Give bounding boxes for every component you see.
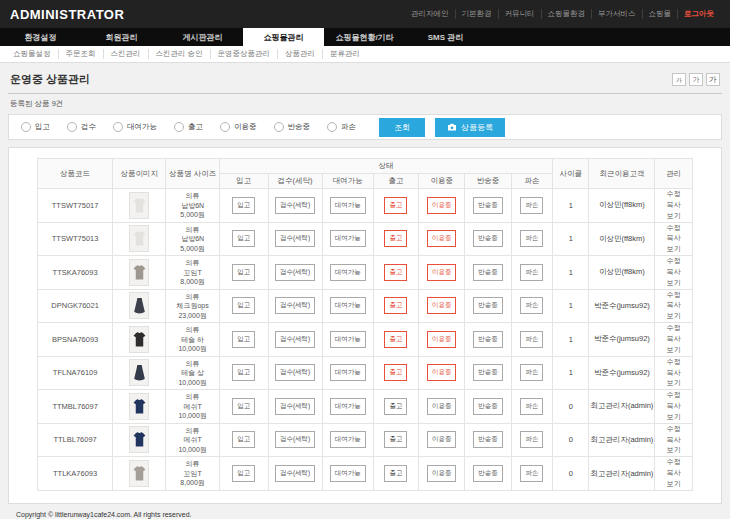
status-button[interactable]: 검수(세탁): [275, 230, 315, 247]
header-link[interactable]: 기본환경: [456, 9, 499, 19]
manage-link[interactable]: 복사: [655, 267, 692, 278]
filter-radio[interactable]: 입고: [21, 122, 50, 132]
status-button[interactable]: 반송중: [473, 297, 503, 314]
subnav-item[interactable]: 스킨관리: [104, 49, 149, 59]
manage-link[interactable]: 보기: [655, 278, 692, 289]
subnav-item[interactable]: 분류관리: [323, 49, 367, 59]
status-button[interactable]: 입고: [232, 230, 255, 247]
manage-link[interactable]: 보기: [655, 378, 692, 389]
manage-link[interactable]: 복사: [655, 334, 692, 345]
product-thumbnail[interactable]: [129, 225, 149, 252]
status-button[interactable]: 대여가능: [330, 197, 366, 214]
manage-link[interactable]: 수정: [655, 357, 692, 368]
status-button[interactable]: 출고: [384, 364, 407, 381]
header-link[interactable]: 쇼핑몰: [643, 9, 679, 19]
status-button[interactable]: 반송중: [473, 465, 503, 482]
product-thumbnail[interactable]: [129, 326, 149, 353]
status-button[interactable]: 대여가능: [330, 331, 366, 348]
status-button[interactable]: 대여가능: [330, 398, 366, 415]
status-button[interactable]: 대여가능: [330, 465, 366, 482]
radio-input[interactable]: [274, 122, 284, 132]
status-button[interactable]: 파손: [520, 197, 543, 214]
status-button[interactable]: 이용중: [427, 398, 457, 415]
product-thumbnail[interactable]: [129, 292, 149, 319]
manage-link[interactable]: 수정: [655, 189, 692, 200]
manage-link[interactable]: 수정: [655, 256, 692, 267]
status-button[interactable]: 이용중: [427, 331, 457, 348]
status-button[interactable]: 입고: [232, 364, 255, 381]
status-button[interactable]: 입고: [232, 398, 255, 415]
status-button[interactable]: 입고: [232, 264, 255, 281]
status-button[interactable]: 파손: [520, 331, 543, 348]
manage-link[interactable]: 복사: [655, 468, 692, 479]
radio-input[interactable]: [174, 122, 184, 132]
status-button[interactable]: 출고: [384, 297, 407, 314]
manage-link[interactable]: 수정: [655, 223, 692, 234]
status-button[interactable]: 파손: [520, 230, 543, 247]
header-link[interactable]: 부가서비스: [592, 9, 643, 19]
status-button[interactable]: 대여가능: [330, 230, 366, 247]
status-button[interactable]: 출고: [384, 197, 407, 214]
status-button[interactable]: 입고: [232, 431, 255, 448]
status-button[interactable]: 이용중: [427, 230, 457, 247]
product-thumbnail[interactable]: [129, 192, 149, 219]
status-button[interactable]: 검수(세탁): [275, 431, 315, 448]
manage-link[interactable]: 보기: [655, 345, 692, 356]
subnav-item[interactable]: 운영중상품관리: [211, 49, 279, 59]
font-size-button[interactable]: 가: [706, 73, 720, 86]
main-tab[interactable]: 게시판관리: [162, 28, 243, 46]
filter-radio[interactable]: 반송중: [274, 122, 311, 132]
radio-input[interactable]: [220, 122, 230, 132]
manage-link[interactable]: 수정: [655, 323, 692, 334]
font-size-button[interactable]: 가: [672, 73, 686, 86]
subnav-item[interactable]: 주문조회: [59, 49, 104, 59]
main-tab[interactable]: 환경설정: [0, 28, 81, 46]
manage-link[interactable]: 수정: [655, 290, 692, 301]
filter-radio[interactable]: 대여가능: [113, 122, 157, 132]
logout-link[interactable]: 로그아웃: [678, 9, 720, 19]
product-thumbnail[interactable]: [129, 460, 149, 487]
status-button[interactable]: 대여가능: [330, 431, 366, 448]
status-button[interactable]: 대여가능: [330, 364, 366, 381]
status-button[interactable]: 검수(세탁): [275, 331, 315, 348]
manage-link[interactable]: 복사: [655, 401, 692, 412]
status-button[interactable]: 파손: [520, 431, 543, 448]
status-button[interactable]: 검수(세탁): [275, 364, 315, 381]
status-button[interactable]: 검수(세탁): [275, 197, 315, 214]
radio-input[interactable]: [21, 122, 31, 132]
status-button[interactable]: 출고: [384, 398, 407, 415]
status-button[interactable]: 파손: [520, 398, 543, 415]
filter-radio[interactable]: 검수: [67, 122, 96, 132]
header-link[interactable]: 관리자메인: [405, 9, 456, 19]
status-button[interactable]: 파손: [520, 264, 543, 281]
status-button[interactable]: 파손: [520, 364, 543, 381]
manage-link[interactable]: 수정: [655, 457, 692, 468]
subnav-item[interactable]: 상품관리: [278, 49, 323, 59]
main-tab[interactable]: 쇼핑몰현황/기타: [324, 28, 405, 46]
product-thumbnail[interactable]: [129, 393, 149, 420]
status-button[interactable]: 출고: [384, 230, 407, 247]
product-thumbnail[interactable]: [129, 359, 149, 386]
status-button[interactable]: 이용중: [427, 197, 457, 214]
filter-radio[interactable]: 출고: [174, 122, 203, 132]
status-button[interactable]: 이용중: [427, 297, 457, 314]
status-button[interactable]: 반송중: [473, 197, 503, 214]
product-thumbnail[interactable]: [129, 426, 149, 453]
status-button[interactable]: 파손: [520, 465, 543, 482]
status-button[interactable]: 검수(세탁): [275, 398, 315, 415]
status-button[interactable]: 검수(세탁): [275, 465, 315, 482]
radio-input[interactable]: [67, 122, 77, 132]
header-link[interactable]: 커뮤니티: [499, 9, 542, 19]
manage-link[interactable]: 복사: [655, 368, 692, 379]
status-button[interactable]: 출고: [384, 465, 407, 482]
status-button[interactable]: 반송중: [473, 398, 503, 415]
status-button[interactable]: 출고: [384, 431, 407, 448]
main-tab[interactable]: SMS 관리: [405, 28, 486, 46]
status-button[interactable]: 입고: [232, 297, 255, 314]
status-button[interactable]: 이용중: [427, 431, 457, 448]
search-button[interactable]: 조회: [379, 118, 425, 137]
status-button[interactable]: 이용중: [427, 264, 457, 281]
status-button[interactable]: 입고: [232, 465, 255, 482]
status-button[interactable]: 반송중: [473, 264, 503, 281]
product-register-button[interactable]: 상품등록: [435, 118, 505, 137]
